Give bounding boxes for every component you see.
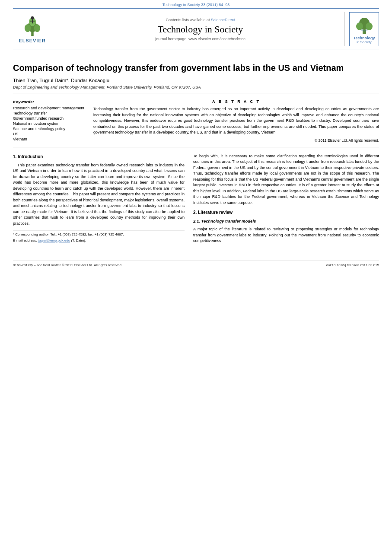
- elsevier-label: ELSEVIER: [19, 38, 45, 43]
- bottom-bar: 0160-791X/$ – see front matter © 2011 El…: [13, 261, 379, 267]
- svg-point-11: [356, 22, 363, 30]
- journal-badge-area: Technology in Society: [344, 12, 379, 46]
- keyword-item: US: [13, 132, 86, 136]
- svg-point-3: [34, 24, 40, 32]
- keyword-item: National innovation system: [13, 121, 86, 126]
- footnotes: * Corresponding author. Tel.: +1 (503) 7…: [13, 230, 185, 243]
- journal-reference: Technology in Society 33 (2011) 84–93: [0, 0, 392, 8]
- keyword-item: Government funded research: [13, 116, 86, 121]
- elsevier-logo-area: ELSEVIER: [13, 12, 56, 46]
- sciencedirect-link[interactable]: ScienceDirect: [211, 18, 235, 22]
- sciencedirect-line: Contents lists available at ScienceDirec…: [166, 18, 235, 22]
- body-left-column: 1. Introduction This paper examines tech…: [13, 153, 185, 248]
- keyword-item: Science and technology policy: [13, 127, 86, 131]
- keywords-column: Keywords: Research and development manag…: [13, 99, 86, 143]
- lit-review-paragraph: A major topic of the literature is relat…: [193, 226, 379, 244]
- footnote-email-suffix: (T. Daim).: [70, 239, 86, 242]
- intro-heading: 1. Introduction: [13, 153, 185, 160]
- intro-paragraph: This paper examines technology transfer …: [13, 162, 185, 227]
- badge-title: Technology: [351, 36, 377, 40]
- abstract-section: Keywords: Research and development manag…: [13, 93, 379, 147]
- badge-subtitle: in Society: [351, 40, 377, 44]
- footnote-corresponding: * Corresponding author. Tel.: +1 (503) 7…: [13, 232, 185, 237]
- journal-header: ELSEVIER Contents lists available at Sci…: [13, 8, 379, 50]
- keyword-item: Research and development management: [13, 106, 86, 110]
- keyword-item: Technology transfer: [13, 111, 86, 115]
- body-right-column: To begin with, it is necessary to make s…: [193, 153, 379, 248]
- elsevier-logo: ELSEVIER: [19, 16, 45, 43]
- intro-right-paragraph: To begin with, it is necessary to make s…: [193, 153, 379, 206]
- abstract-heading: A B S T R A C T: [93, 99, 379, 104]
- lit-review-subheading: 2.1. Technology transfer models: [193, 218, 379, 224]
- article-title: Comparison of technology transfer from g…: [13, 62, 379, 73]
- header-center: Contents lists available at ScienceDirec…: [61, 12, 340, 46]
- journal-title: Technology in Society: [158, 24, 243, 35]
- footnote-email-label: E-mail address:: [13, 239, 38, 242]
- journal-homepage: journal homepage: www.elsevier.com/locat…: [155, 37, 245, 41]
- badge-tree-icon: [352, 14, 377, 35]
- svg-point-2: [24, 24, 31, 32]
- keywords-label: Keywords:: [13, 99, 86, 104]
- elsevier-tree-icon: [19, 16, 45, 37]
- journal-badge: Technology in Society: [349, 12, 379, 46]
- copyright-line: © 2011 Elsevier Ltd. All rights reserved…: [93, 138, 379, 143]
- abstract-column: A B S T R A C T Technology transfer from…: [93, 99, 379, 143]
- copyright-notice: 0160-791X/$ – see front matter © 2011 El…: [13, 263, 122, 267]
- keyword-item: Vietnam: [13, 137, 86, 141]
- journal-ref-text: Technology in Society 33 (2011) 84–93: [163, 3, 230, 7]
- page: Technology in Society 33 (2011) 84–93: [0, 0, 392, 535]
- lit-review-heading: 2. Literature review: [193, 209, 379, 216]
- main-content: Comparison of technology transfer from g…: [0, 50, 392, 256]
- keywords-list: Research and development management Tech…: [13, 106, 86, 141]
- article-title-section: Comparison of technology transfer from g…: [13, 55, 379, 93]
- article-affiliation: Dept of Engineering and Technology Manag…: [13, 85, 379, 89]
- svg-point-5: [31, 16, 34, 19]
- doi-text: doi:10.1016/j.techsoc.2011.03.015: [326, 263, 379, 267]
- footnote-email-line: E-mail address: tugrul@emp.pdx.edu (T. D…: [13, 238, 185, 243]
- article-authors: Thien Tran, Tugrul Daim*, Dundar Kocaogl…: [13, 78, 379, 83]
- abstract-text: Technology transfer from the government …: [93, 106, 379, 136]
- body-columns: 1. Introduction This paper examines tech…: [13, 147, 379, 248]
- footnote-email-address[interactable]: tugrul@emp.pdx.edu: [38, 239, 70, 242]
- svg-point-12: [366, 22, 373, 30]
